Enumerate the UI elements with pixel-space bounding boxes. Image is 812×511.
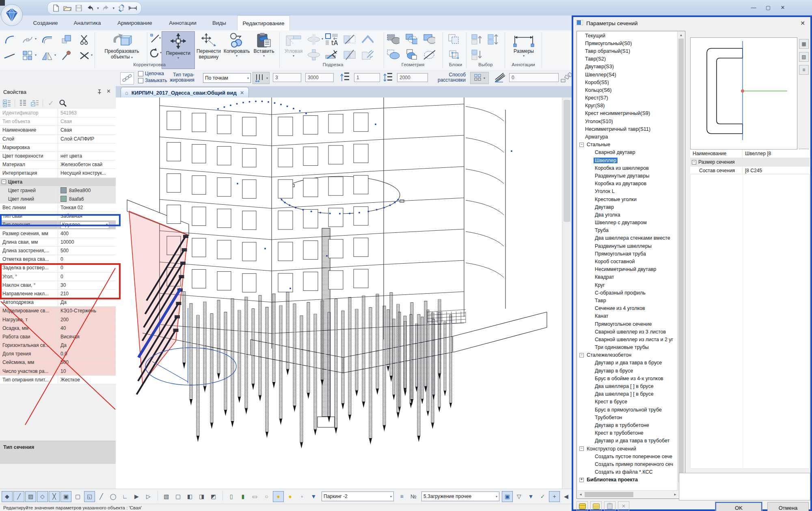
property-value[interactable]: Да (58, 298, 116, 306)
property-value[interactable]: 30 (58, 281, 116, 289)
bool-union-icon[interactable] (387, 33, 400, 46)
ortho-icon[interactable]: ∟ (119, 491, 130, 502)
bool-subtract-icon[interactable] (422, 33, 435, 46)
tree-item[interactable]: Арматура (577, 133, 678, 141)
dialog-title-bar[interactable]: Параметры сечений (573, 17, 810, 29)
dimensions-button[interactable]: Размеры ▾ (508, 32, 539, 58)
offset-curve-icon[interactable] (41, 33, 54, 46)
tree-item[interactable]: Круг(S8) (577, 102, 678, 110)
tree-item[interactable]: Прямоугольный(S0) (577, 39, 678, 47)
tree-item[interactable]: Тавр(S2) (577, 55, 678, 63)
refresh-model-icon[interactable] (117, 4, 126, 13)
property-value[interactable]: 10000 (58, 238, 116, 246)
paste-section-icon[interactable] (604, 501, 615, 511)
snap-intersect-icon[interactable]: ╳ (49, 491, 60, 502)
property-row[interactable]: АвтоподрезкаДа (0, 298, 116, 307)
roof-tool-icon[interactable] (361, 33, 374, 46)
fillet-icon[interactable] (3, 33, 16, 46)
tree-item[interactable]: Раздвинутые швеллеры (577, 242, 678, 250)
add-to-library-icon[interactable] (577, 501, 588, 511)
tree-item[interactable]: Крест(S7) (577, 94, 678, 102)
viewport-scrollbar[interactable] (562, 97, 572, 489)
view-wire-icon[interactable]: ▢ (173, 491, 184, 502)
storey-number-icon[interactable]: № (408, 491, 419, 502)
property-row[interactable]: НаименованиеСвая (0, 126, 116, 134)
tree-item[interactable]: Швеллер(S4) (577, 71, 678, 78)
dialog-close-icon[interactable]: ✕ (798, 19, 807, 27)
property-group-row[interactable]: −Цвета (0, 178, 116, 186)
tree-item[interactable]: Тавр (577, 297, 678, 304)
tab-create[interactable]: Создание (28, 15, 63, 30)
trim-beam-icon[interactable] (325, 48, 338, 61)
property-value[interactable]: 500 (58, 247, 116, 255)
property-row[interactable]: Длина сваи, мм10000 (0, 238, 116, 247)
property-row[interactable]: Идентификатор541963 (0, 109, 116, 117)
tree-item[interactable]: Короб(S5) (577, 78, 678, 86)
angle-field[interactable]: 0 (509, 73, 559, 82)
collapse-icon[interactable]: − (692, 160, 696, 165)
lock-open-icon[interactable]: ▢ (72, 491, 83, 502)
property-value[interactable]: Слой САПФИР (58, 135, 116, 143)
tree-item[interactable]: Тавр обратный(S1) (577, 47, 678, 55)
view-hidden-icon[interactable]: ◧ (184, 491, 195, 502)
property-value[interactable]: 0.0 (58, 350, 116, 358)
qat-customize-icon[interactable]: ╤ (128, 5, 131, 9)
scissors-icon[interactable] (78, 33, 91, 46)
chain-tool-icon[interactable] (120, 72, 134, 84)
storey-select[interactable]: Паркинг -2▾ (322, 492, 394, 501)
tab-editing[interactable]: Редактирование (237, 15, 290, 31)
tree-item[interactable]: Трубобетон (577, 414, 678, 421)
property-row[interactable]: ИнтерпретацияНесущий конструк... (0, 169, 116, 178)
property-value[interactable]: 10 (58, 367, 116, 375)
polyline-array-icon[interactable] (560, 72, 572, 83)
tree-item[interactable]: Прямоугольная труба (577, 250, 678, 258)
tree-item[interactable]: Круг (577, 281, 678, 289)
ok-button[interactable]: OK (715, 502, 762, 511)
select-cursor-alt-icon[interactable]: ▷ (143, 491, 154, 502)
select-above-icon[interactable] (470, 33, 483, 46)
row-step-field[interactable]: 2000 (397, 73, 428, 82)
create-block-icon[interactable] (447, 33, 460, 46)
flat-list-icon[interactable] (18, 99, 27, 108)
tree-item[interactable]: Создать пример поперечного сеч (577, 460, 678, 468)
tree-item[interactable]: Несимметричный двутавр (577, 266, 678, 273)
collapse-icon[interactable]: − (579, 353, 584, 357)
property-value[interactable]: 500 (58, 358, 116, 366)
expand-groups-icon[interactable] (2, 99, 11, 108)
circle-tool-icon[interactable]: ◯ (108, 491, 119, 502)
snap-midpoint-icon[interactable]: ╱ (13, 491, 24, 502)
tree-item[interactable]: +Библиотека проекта (577, 476, 678, 484)
tree-item[interactable]: −Конструктор сечений (577, 445, 678, 453)
tree-item[interactable]: Коробка из двутавров (577, 180, 678, 188)
property-row[interactable]: Размер сечения, мм400 (0, 230, 116, 238)
paste-button[interactable]: Вставить ▾ (252, 32, 276, 58)
property-row[interactable]: Доля трения0.0 (0, 350, 116, 358)
dropdown-icon[interactable]: ▾ (106, 221, 108, 229)
move-vertex-button[interactable]: Перенести вершину (196, 32, 222, 60)
property-value[interactable]: Несущий конструк... (58, 169, 116, 177)
pipe-cross2-icon[interactable] (307, 48, 320, 61)
checked-list-icon[interactable] (30, 99, 39, 108)
tree-horizontal-scrollbar[interactable]: ◄► (577, 490, 678, 498)
property-row[interactable]: Угол, °0 (0, 273, 116, 281)
save-icon[interactable] (74, 4, 83, 13)
mirror-icon[interactable] (41, 49, 54, 62)
select-both-icon[interactable] (486, 33, 499, 46)
property-row[interactable]: МатериалЖелезобетон свай (0, 160, 116, 169)
collapse-icon[interactable]: − (579, 446, 584, 451)
property-value[interactable]: 8aafa6 (58, 195, 116, 203)
section-image-icon[interactable]: ▨ (799, 52, 809, 62)
snap-nearest-icon[interactable]: ◇ (37, 491, 48, 502)
property-value[interactable]: 400 (58, 230, 116, 238)
tree-item[interactable]: Уголок(S10) (577, 117, 678, 125)
redo-icon[interactable] (102, 4, 110, 13)
pipe-cross-dropdown-icon[interactable]: ▾ (322, 37, 323, 41)
section-table-icon[interactable]: ▦ (799, 39, 809, 49)
section-size-group-row[interactable]: − Размер сечения (690, 158, 810, 167)
property-value[interactable]: Жесткое (58, 376, 116, 384)
property-row[interactable]: Вес линииТонкая 02 (0, 204, 116, 212)
property-row[interactable]: Цвет граней8a9ea900 (0, 186, 116, 195)
array-type-select[interactable]: По точкам▾ (203, 73, 251, 83)
cut-notch-icon[interactable] (361, 48, 374, 61)
property-row[interactable]: Тип сваиЗабивная (0, 212, 116, 221)
